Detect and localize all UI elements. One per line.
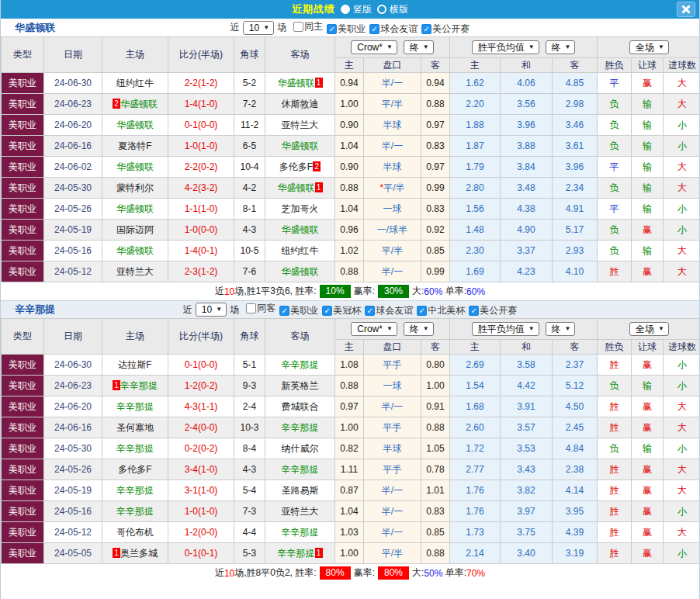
result-cell: 负 [598,136,632,157]
scope-select[interactable]: 全场▼ [629,322,669,336]
filter-checkbox[interactable]: ✓球会友谊 [369,23,418,36]
team-label: 辛辛那提 [120,380,158,391]
filter-checkbox[interactable]: ✓美冠杯 [322,304,361,317]
handicap-result-cell: 赢 [632,501,664,522]
result-cell: 胜 [598,396,632,417]
asian-home-odds: 1.04 [335,199,364,220]
asian-handicap: 半球 [364,115,421,136]
asian-handicap: 半/一 [364,522,421,543]
asian-away-odds: 1.05 [421,438,450,459]
stage-select[interactable]: 终▼ [404,322,434,336]
corner-cell: 8-4 [234,438,265,459]
column-header: 客场 [265,319,335,355]
euro-draw-odds: 3.82 [501,480,553,501]
team-label: 辛辛那提 [116,443,154,454]
euro-home-odds: 1.79 [450,157,501,178]
euro-draw-odds: 3.57 [501,417,553,438]
league-cell: 美职业 [2,396,44,417]
red-card-badge: 1 [315,182,323,192]
euro-draw-odds: 3.58 [501,355,553,376]
filter-checkbox[interactable]: ✓中北美杯 [417,304,465,317]
result-cell: 平 [598,157,632,178]
close-icon[interactable] [677,2,695,17]
asian-home-odds: 1.04 [335,136,364,157]
summary-text: 10 [224,286,234,297]
euro-draw-odds: 3.43 [501,459,553,480]
bookmaker-select[interactable]: Crow*▼ [351,322,397,336]
asian-handicap: *平/半 [364,178,421,199]
euro-draw-odds: 3.75 [501,522,553,543]
scope-select[interactable]: 全场▼ [629,40,669,54]
euro-home-odds: 1.72 [450,438,501,459]
competition-filters: 同主✓美职业✓球会友谊✓美公开赛 [289,20,470,36]
stage-select[interactable]: 终▼ [546,322,576,336]
red-card-badge: 1 [315,548,323,558]
team-label: 华盛顿联 [278,182,315,193]
handicap-result-cell: 赢 [632,459,664,480]
league-cell: 美职业 [2,220,44,241]
stage-select[interactable]: 终▼ [404,40,434,54]
checkbox-label: 美冠杯 [333,304,361,317]
asian-handicap: 半/一 [364,73,421,94]
match-row: 美职业24-05-16华盛顿联1-4(0-1)10-5纽约红牛1.02平/半0.… [2,241,700,261]
red-card-badge: 2 [113,99,120,109]
summary-text: 10 [224,568,234,579]
date-cell: 24-05-12 [44,261,102,282]
home-team-cell: 亚特兰大 [102,261,168,282]
matches-table: 类型日期主场比分(半场)角球客场Crow*▼终▼胜平负均值▼终▼全场▼ 主盘口客… [1,36,700,282]
asian-handicap: 半/一 [364,396,421,417]
column-subheader: 主 [450,340,501,355]
asian-away-odds: 0.92 [421,220,450,241]
euro-away-odds: 4.39 [553,522,598,543]
layout-radio-vertical[interactable]: 竖版 [341,3,372,16]
europe-odds-select[interactable]: 胜平负均值▼ [472,40,539,54]
handicap-result-cell: 输 [632,241,664,261]
league-cell: 美职业 [2,355,44,376]
team-label: 华盛顿联 [116,245,154,256]
page-title: 近期战绩 [292,2,335,16]
asian-handicap: 半球 [364,157,421,178]
chevron-down-icon: ▼ [423,326,429,332]
filter-checkbox[interactable]: 同客 [246,302,275,315]
away-team-cell: 休斯敦迪 [265,94,335,115]
filter-checkbox[interactable]: ✓美公开赛 [421,23,470,36]
bookmaker-select[interactable]: Crow*▼ [351,40,397,54]
checkbox-label: 球会友谊 [380,23,418,36]
chevron-down-icon: ▼ [216,306,222,313]
asian-away-odds: 0.99 [421,178,450,199]
red-card-badge: 1 [315,78,323,88]
league-cell: 美职业 [2,438,44,459]
recent-count-select[interactable]: 10▼ [196,303,227,317]
summary-text: 赢率: [354,566,375,580]
euro-away-odds: 2.45 [553,417,598,438]
filter-checkbox[interactable]: 同主 [293,20,323,33]
summary-text: 场,胜1平3负6, 胜率: [234,285,316,298]
red-card-badge: 2 [313,161,321,171]
asian-home-odds: 1.00 [335,417,364,438]
score-cell: 0-1(0-0) [168,355,234,376]
section-header: 华盛顿联 近 10▼ 场 同主✓美职业✓球会友谊✓美公开赛 [1,19,699,36]
date-cell: 24-06-20 [44,115,102,136]
recent-count-select[interactable]: 10▼ [243,21,274,35]
filter-checkbox[interactable]: ✓美公开赛 [469,304,517,317]
checkbox-checked-icon: ✓ [365,306,375,316]
date-cell: 24-06-16 [44,417,102,438]
corner-cell: 4-4 [234,522,265,543]
column-header: 主场 [102,37,168,73]
away-team-cell: 华盛顿联1 [265,73,335,94]
date-cell: 24-06-16 [44,136,102,157]
team-label: 费城联合 [282,401,319,412]
rate-badge: 10% [320,285,351,298]
matches-table: 类型日期主场比分(半场)角球客场Crow*▼终▼胜平负均值▼终▼全场▼ 主盘口客… [1,318,700,564]
europe-odds-select[interactable]: 胜平负均值▼ [472,322,539,336]
goals-result-cell: 大 [664,480,700,501]
layout-radio-horizontal[interactable]: 横版 [377,3,408,16]
filter-checkbox[interactable]: ✓美职业 [279,304,318,317]
asian-handicap: 半/一 [364,501,421,522]
stage-select[interactable]: 终▼ [546,40,576,54]
summary-text: 单率: [442,566,466,580]
euro-away-odds: 4.10 [553,261,598,282]
euro-draw-odds: 4.23 [501,261,553,282]
filter-checkbox[interactable]: ✓美职业 [327,23,366,36]
filter-checkbox[interactable]: ✓球会友谊 [365,304,413,317]
